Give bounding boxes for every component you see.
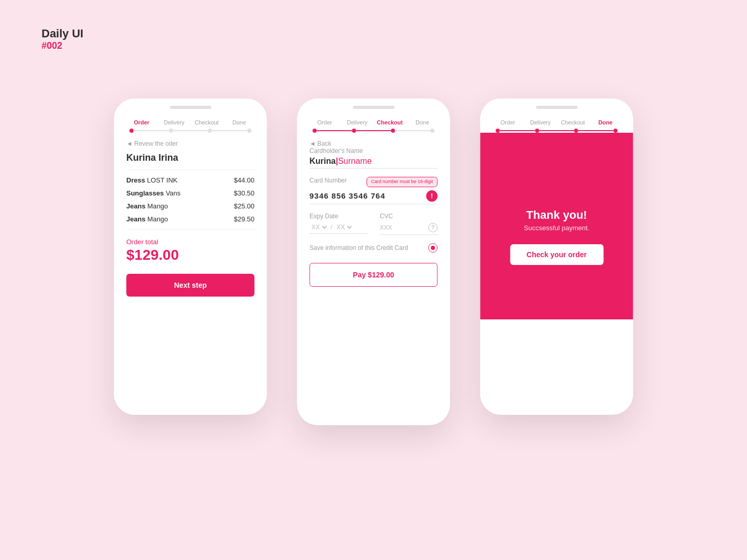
phones-container: Order Delivery Checkout Done ◄ [114, 99, 633, 425]
item-2-price: $30.50 [234, 189, 255, 197]
step-checkout-label: Checkout [190, 119, 223, 125]
cvc-label: CVC [380, 213, 438, 220]
notch-bar [170, 106, 211, 109]
dot3-4 [614, 129, 618, 133]
expiry-year-select[interactable]: XX [335, 223, 354, 231]
step2-order-label: Order [309, 119, 341, 125]
expiry-selects: XX / XX [310, 223, 368, 234]
seg2-line-2 [356, 130, 391, 131]
card-number-header: Card Number Card number must be 16-digit [310, 177, 438, 187]
expiry-month-select[interactable]: XX [310, 223, 329, 231]
dot-seg3-2 [535, 129, 574, 133]
dot-2 [169, 129, 173, 133]
steps-labels-2: Order Delivery Checkout Done [297, 113, 450, 125]
dot-seg-4 [247, 129, 252, 133]
card-number-label: Card Number [310, 177, 347, 184]
pay-button[interactable]: Pay $129.00 [310, 263, 438, 287]
dot-seg3-3 [574, 129, 614, 133]
step-done-label: Done [223, 119, 256, 125]
header-title: Daily UI [42, 27, 84, 40]
expiry-cvc-row: Expy Date XX / XX CVC [310, 213, 438, 235]
item-2-name: Sunglasses Vans [127, 189, 181, 197]
expiry-label: Expy Date [310, 213, 368, 220]
phone-1-order: Order Delivery Checkout Done ◄ [114, 99, 267, 415]
dot-seg2-1 [313, 129, 352, 133]
dot-seg-1 [130, 129, 169, 133]
cvc-info-icon[interactable]: ? [428, 223, 438, 232]
step3-delivery-label: Delivery [524, 119, 557, 125]
divider-1 [127, 170, 255, 170]
dot-seg3-4 [614, 129, 618, 133]
expiry-block: Expy Date XX / XX [310, 213, 368, 235]
dot-4 [247, 129, 252, 133]
divider-2 [127, 229, 255, 230]
step3-order-label: Order [492, 119, 524, 125]
item-4-name: Jeans Mango [127, 215, 168, 223]
order-total-label: Order total [114, 236, 267, 246]
save-label: Save information of this Credit Card [310, 244, 408, 251]
dot2-4 [431, 129, 435, 133]
notch-bar-2 [353, 106, 394, 109]
card-number-section: Card Number Card number must be 16-digit… [310, 177, 438, 204]
cvc-input-row: XXX ? [380, 223, 438, 235]
cardholder-label: Cardholder's Name [310, 147, 438, 155]
seg-line-2 [173, 130, 208, 131]
seg2-line-3 [395, 130, 431, 131]
steps-labels-3: Order Delivery Checkout Done [480, 113, 633, 125]
dots-row-3 [480, 125, 633, 133]
seg3-line-1 [500, 130, 535, 131]
item-1-price: $44.00 [234, 176, 255, 184]
cvc-placeholder: XXX [380, 224, 425, 231]
order-item-1: Dress LOST INK $44.00 [127, 176, 255, 184]
back-link-1[interactable]: ◄ Revew the oder [114, 133, 267, 147]
dot-seg-3 [208, 129, 247, 133]
seg-line-3 [212, 130, 247, 131]
dots-row-2 [297, 125, 450, 133]
seg3-line-3 [578, 130, 614, 131]
phone-2-notch [297, 99, 450, 113]
phone-2-content: ◄ Back Cardholder's Name Kurina | Surnam… [297, 133, 450, 299]
header-subtitle: #002 [42, 40, 84, 51]
dot-seg2-3 [391, 129, 431, 133]
cvc-block: CVC XXX ? [380, 213, 438, 235]
notch-bar-3 [536, 106, 577, 109]
dot-seg2-4 [431, 129, 435, 133]
dot-3 [208, 129, 212, 133]
thank-you-title: Thank you! [526, 208, 587, 222]
dot-seg3-1 [496, 129, 535, 133]
card-error-text: Card number must be 16-digit [371, 179, 433, 184]
page-header: Daily UI #002 [42, 27, 84, 51]
order-item-3: Jeans Mango $25.00 [127, 202, 255, 210]
success-banner: Thank you! Succsessful payment. Check yo… [480, 133, 633, 319]
card-error-icon: ! [426, 190, 438, 202]
dot3-3 [574, 129, 578, 133]
back-link-2[interactable]: ◄ Back [297, 133, 450, 147]
phone-2-checkout: Order Delivery Checkout Done ◄ Back [297, 99, 450, 425]
save-radio[interactable] [428, 243, 438, 253]
step-order-label: Order [126, 119, 158, 125]
item-3-price: $25.00 [234, 202, 255, 210]
next-step-button[interactable]: Next step [127, 274, 255, 297]
order-item-4: Jeans Mango $29.50 [127, 215, 255, 223]
thank-you-sub: Succsessful payment. [524, 224, 589, 232]
step3-checkout-label: Checkout [557, 119, 589, 125]
step3-done-label: Done [589, 119, 622, 125]
seg3-line-2 [539, 130, 574, 131]
phone-1-notch [114, 99, 267, 113]
dot2-1 [313, 129, 317, 133]
item-4-price: $29.50 [234, 215, 255, 223]
cardholder-input-row: Kurina | Surname [310, 157, 438, 169]
order-total-amount: $129.00 [114, 246, 267, 263]
phone-3-done: Order Delivery Checkout Done Th [480, 99, 633, 415]
dot2-3 [391, 129, 395, 133]
check-order-button[interactable]: Check your order [510, 244, 603, 265]
step2-done-label: Done [406, 119, 439, 125]
step2-checkout-label: Checkout [374, 119, 406, 125]
expiry-slash: / [331, 223, 333, 231]
phone-1-content: ◄ Revew the oder Kurina Irina Dress LOST… [114, 133, 267, 309]
dot2-2 [352, 129, 356, 133]
card-section: Cardholder's Name Kurina | Surname Card … [297, 147, 450, 253]
phone-3-notch [480, 99, 633, 113]
item-1-name: Dress LOST INK [127, 176, 178, 184]
seg-line-1 [134, 130, 169, 131]
